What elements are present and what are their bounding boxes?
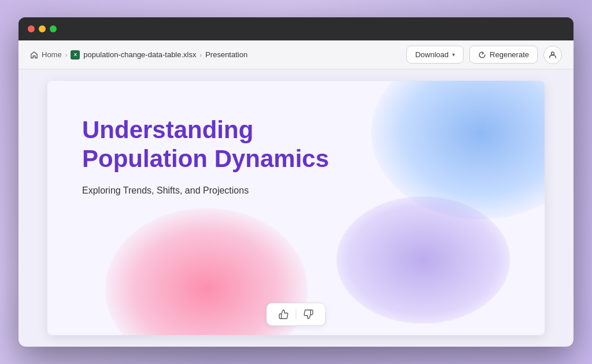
toolbar: Home › X population-change-data-table.xl… <box>18 40 574 69</box>
slide-title: Understanding Population Dynamics <box>82 116 336 174</box>
feedback-divider <box>296 309 297 320</box>
breadcrumb-separator-2: › <box>200 51 202 58</box>
thumbs-down-icon <box>304 309 314 320</box>
feedback-bar <box>267 303 326 326</box>
home-label: Home <box>42 50 62 59</box>
slide-content: Understanding Population Dynamics Explor… <box>47 81 545 219</box>
slide-subtitle: Exploring Trends, Shifts, and Projection… <box>82 185 510 196</box>
svg-point-0 <box>552 52 554 55</box>
current-page-label: Presentation <box>205 50 247 59</box>
breadcrumb: Home › X population-change-data-table.xl… <box>30 50 402 60</box>
thumbs-up-button[interactable] <box>274 307 294 322</box>
content-area: Understanding Population Dynamics Explor… <box>18 69 574 347</box>
maximize-button[interactable] <box>50 25 57 32</box>
excel-icon: X <box>71 50 80 60</box>
browser-window: Home › X population-change-data-table.xl… <box>18 17 574 347</box>
toolbar-actions: Download ▾ Regenerate <box>406 46 562 64</box>
breadcrumb-separator-1: › <box>65 51 68 58</box>
thumbs-down-button[interactable] <box>299 307 319 322</box>
slide-container: Understanding Population Dynamics Explor… <box>47 81 545 335</box>
minimize-button[interactable] <box>39 25 46 32</box>
close-button[interactable] <box>28 25 35 32</box>
download-label: Download <box>415 50 449 59</box>
title-bar <box>18 17 574 40</box>
chevron-down-icon: ▾ <box>452 51 455 58</box>
user-button[interactable] <box>543 46 562 64</box>
regenerate-button[interactable]: Regenerate <box>469 46 538 64</box>
breadcrumb-file[interactable]: X population-change-data-table.xlsx <box>71 50 196 60</box>
home-icon <box>30 51 38 59</box>
refresh-icon <box>478 51 486 59</box>
breadcrumb-home[interactable]: Home <box>30 50 62 59</box>
regenerate-label: Regenerate <box>490 50 529 59</box>
traffic-lights <box>28 25 57 32</box>
file-name: population-change-data-table.xlsx <box>83 50 196 59</box>
breadcrumb-current: Presentation <box>205 50 247 59</box>
user-icon <box>548 50 557 60</box>
thumbs-up-icon <box>279 309 289 320</box>
download-button[interactable]: Download ▾ <box>406 46 464 64</box>
